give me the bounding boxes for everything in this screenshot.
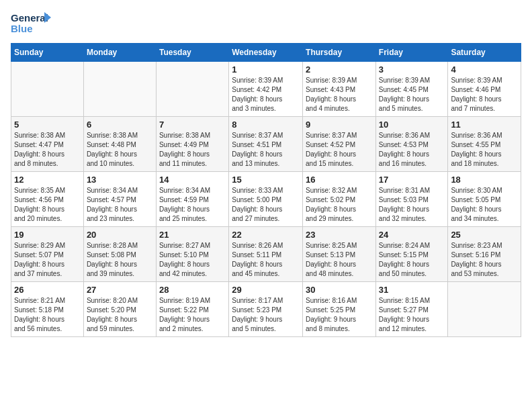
calendar-cell: 15Sunrise: 8:33 AM Sunset: 5:00 PM Dayli… bbox=[229, 172, 303, 227]
day-number: 19 bbox=[14, 230, 81, 240]
day-info: Sunrise: 8:26 AM Sunset: 5:11 PM Dayligh… bbox=[232, 241, 300, 279]
week-row-5: 26Sunrise: 8:21 AM Sunset: 5:18 PM Dayli… bbox=[11, 282, 521, 337]
week-row-4: 19Sunrise: 8:29 AM Sunset: 5:07 PM Dayli… bbox=[11, 227, 521, 282]
calendar-cell: 31Sunrise: 8:15 AM Sunset: 5:27 PM Dayli… bbox=[375, 282, 448, 337]
day-number: 18 bbox=[451, 175, 518, 185]
day-info: Sunrise: 8:30 AM Sunset: 5:05 PM Dayligh… bbox=[451, 186, 518, 224]
calendar-table: SundayMondayTuesdayWednesdayThursdayFrid… bbox=[11, 43, 521, 337]
svg-text:Blue: Blue bbox=[11, 23, 33, 34]
week-row-2: 5Sunrise: 8:38 AM Sunset: 4:47 PM Daylig… bbox=[11, 117, 521, 172]
day-info: Sunrise: 8:38 AM Sunset: 4:49 PM Dayligh… bbox=[159, 131, 226, 169]
header-row: SundayMondayTuesdayWednesdayThursdayFrid… bbox=[11, 44, 521, 62]
day-info: Sunrise: 8:32 AM Sunset: 5:02 PM Dayligh… bbox=[306, 186, 373, 224]
day-info: Sunrise: 8:39 AM Sunset: 4:43 PM Dayligh… bbox=[306, 76, 373, 113]
day-number: 17 bbox=[379, 175, 445, 185]
day-info: Sunrise: 8:36 AM Sunset: 4:53 PM Dayligh… bbox=[379, 131, 445, 169]
calendar-cell: 1Sunrise: 8:39 AM Sunset: 4:42 PM Daylig… bbox=[229, 62, 303, 117]
day-info: Sunrise: 8:23 AM Sunset: 5:16 PM Dayligh… bbox=[451, 241, 518, 279]
logo-svg: GeneralBlue bbox=[11, 11, 51, 35]
page-header: GeneralBlue bbox=[11, 11, 521, 35]
day-info: Sunrise: 8:38 AM Sunset: 4:48 PM Dayligh… bbox=[87, 131, 153, 169]
day-number: 13 bbox=[87, 175, 153, 185]
day-info: Sunrise: 8:19 AM Sunset: 5:22 PM Dayligh… bbox=[159, 296, 226, 334]
day-number: 8 bbox=[232, 120, 300, 130]
week-row-1: 1Sunrise: 8:39 AM Sunset: 4:42 PM Daylig… bbox=[11, 62, 521, 117]
day-info: Sunrise: 8:27 AM Sunset: 5:10 PM Dayligh… bbox=[159, 241, 226, 279]
day-number: 4 bbox=[451, 64, 518, 75]
day-info: Sunrise: 8:34 AM Sunset: 4:59 PM Dayligh… bbox=[159, 186, 226, 224]
day-number: 5 bbox=[14, 120, 81, 130]
day-info: Sunrise: 8:33 AM Sunset: 5:00 PM Dayligh… bbox=[232, 186, 300, 224]
weekday-header-friday: Friday bbox=[375, 44, 448, 62]
calendar-cell: 7Sunrise: 8:38 AM Sunset: 4:49 PM Daylig… bbox=[156, 117, 228, 172]
calendar-cell: 3Sunrise: 8:39 AM Sunset: 4:45 PM Daylig… bbox=[375, 62, 448, 117]
calendar-cell: 18Sunrise: 8:30 AM Sunset: 5:05 PM Dayli… bbox=[448, 172, 521, 227]
day-number: 3 bbox=[379, 64, 445, 75]
day-number: 15 bbox=[232, 175, 300, 185]
day-info: Sunrise: 8:35 AM Sunset: 4:56 PM Dayligh… bbox=[14, 186, 81, 224]
day-number: 22 bbox=[232, 230, 300, 240]
calendar-cell: 21Sunrise: 8:27 AM Sunset: 5:10 PM Dayli… bbox=[156, 227, 228, 282]
calendar-cell: 19Sunrise: 8:29 AM Sunset: 5:07 PM Dayli… bbox=[11, 227, 84, 282]
weekday-header-monday: Monday bbox=[83, 44, 156, 62]
day-number: 26 bbox=[14, 285, 81, 295]
calendar-cell bbox=[448, 282, 521, 337]
calendar-cell: 13Sunrise: 8:34 AM Sunset: 4:57 PM Dayli… bbox=[83, 172, 156, 227]
day-info: Sunrise: 8:34 AM Sunset: 4:57 PM Dayligh… bbox=[87, 186, 153, 224]
day-info: Sunrise: 8:28 AM Sunset: 5:08 PM Dayligh… bbox=[87, 241, 153, 279]
calendar-cell: 20Sunrise: 8:28 AM Sunset: 5:08 PM Dayli… bbox=[83, 227, 156, 282]
calendar-cell: 28Sunrise: 8:19 AM Sunset: 5:22 PM Dayli… bbox=[156, 282, 228, 337]
weekday-header-sunday: Sunday bbox=[11, 44, 84, 62]
calendar-cell: 24Sunrise: 8:24 AM Sunset: 5:15 PM Dayli… bbox=[375, 227, 448, 282]
week-row-3: 12Sunrise: 8:35 AM Sunset: 4:56 PM Dayli… bbox=[11, 172, 521, 227]
day-number: 24 bbox=[379, 230, 445, 240]
day-info: Sunrise: 8:25 AM Sunset: 5:13 PM Dayligh… bbox=[306, 241, 373, 279]
day-number: 29 bbox=[232, 285, 300, 295]
calendar-cell bbox=[83, 62, 156, 117]
day-info: Sunrise: 8:21 AM Sunset: 5:18 PM Dayligh… bbox=[14, 296, 81, 334]
calendar-cell: 6Sunrise: 8:38 AM Sunset: 4:48 PM Daylig… bbox=[83, 117, 156, 172]
calendar-cell bbox=[156, 62, 228, 117]
calendar-cell: 10Sunrise: 8:36 AM Sunset: 4:53 PM Dayli… bbox=[375, 117, 448, 172]
calendar-cell: 22Sunrise: 8:26 AM Sunset: 5:11 PM Dayli… bbox=[229, 227, 303, 282]
day-info: Sunrise: 8:37 AM Sunset: 4:51 PM Dayligh… bbox=[232, 131, 300, 169]
calendar-cell: 8Sunrise: 8:37 AM Sunset: 4:51 PM Daylig… bbox=[229, 117, 303, 172]
day-number: 6 bbox=[87, 120, 153, 130]
day-info: Sunrise: 8:29 AM Sunset: 5:07 PM Dayligh… bbox=[14, 241, 81, 279]
day-info: Sunrise: 8:36 AM Sunset: 4:55 PM Dayligh… bbox=[451, 131, 518, 169]
day-number: 14 bbox=[159, 175, 226, 185]
day-info: Sunrise: 8:16 AM Sunset: 5:25 PM Dayligh… bbox=[306, 296, 373, 334]
day-number: 30 bbox=[306, 285, 373, 295]
day-number: 16 bbox=[306, 175, 373, 185]
day-number: 20 bbox=[87, 230, 153, 240]
calendar-cell: 2Sunrise: 8:39 AM Sunset: 4:43 PM Daylig… bbox=[303, 62, 376, 117]
calendar-cell: 29Sunrise: 8:17 AM Sunset: 5:23 PM Dayli… bbox=[229, 282, 303, 337]
day-info: Sunrise: 8:39 AM Sunset: 4:42 PM Dayligh… bbox=[232, 76, 300, 113]
day-number: 9 bbox=[306, 120, 373, 130]
calendar-cell: 25Sunrise: 8:23 AM Sunset: 5:16 PM Dayli… bbox=[448, 227, 521, 282]
calendar-cell: 27Sunrise: 8:20 AM Sunset: 5:20 PM Dayli… bbox=[83, 282, 156, 337]
day-info: Sunrise: 8:20 AM Sunset: 5:20 PM Dayligh… bbox=[87, 296, 153, 334]
calendar-cell: 5Sunrise: 8:38 AM Sunset: 4:47 PM Daylig… bbox=[11, 117, 84, 172]
day-number: 25 bbox=[451, 230, 518, 240]
calendar-header: SundayMondayTuesdayWednesdayThursdayFrid… bbox=[11, 44, 521, 62]
day-info: Sunrise: 8:37 AM Sunset: 4:52 PM Dayligh… bbox=[306, 131, 373, 169]
day-info: Sunrise: 8:15 AM Sunset: 5:27 PM Dayligh… bbox=[379, 296, 445, 334]
calendar-cell: 30Sunrise: 8:16 AM Sunset: 5:25 PM Dayli… bbox=[303, 282, 376, 337]
calendar-cell: 9Sunrise: 8:37 AM Sunset: 4:52 PM Daylig… bbox=[303, 117, 376, 172]
day-number: 12 bbox=[14, 175, 81, 185]
calendar-cell: 26Sunrise: 8:21 AM Sunset: 5:18 PM Dayli… bbox=[11, 282, 84, 337]
weekday-header-wednesday: Wednesday bbox=[229, 44, 303, 62]
day-number: 21 bbox=[159, 230, 226, 240]
calendar-body: 1Sunrise: 8:39 AM Sunset: 4:42 PM Daylig… bbox=[11, 62, 521, 337]
day-number: 23 bbox=[306, 230, 373, 240]
day-info: Sunrise: 8:39 AM Sunset: 4:46 PM Dayligh… bbox=[451, 76, 518, 113]
day-number: 27 bbox=[87, 285, 153, 295]
calendar-cell: 23Sunrise: 8:25 AM Sunset: 5:13 PM Dayli… bbox=[303, 227, 376, 282]
weekday-header-saturday: Saturday bbox=[448, 44, 521, 62]
calendar-cell: 16Sunrise: 8:32 AM Sunset: 5:02 PM Dayli… bbox=[303, 172, 376, 227]
day-number: 28 bbox=[159, 285, 226, 295]
calendar-cell: 17Sunrise: 8:31 AM Sunset: 5:03 PM Dayli… bbox=[375, 172, 448, 227]
calendar-cell: 14Sunrise: 8:34 AM Sunset: 4:59 PM Dayli… bbox=[156, 172, 228, 227]
weekday-header-thursday: Thursday bbox=[303, 44, 376, 62]
